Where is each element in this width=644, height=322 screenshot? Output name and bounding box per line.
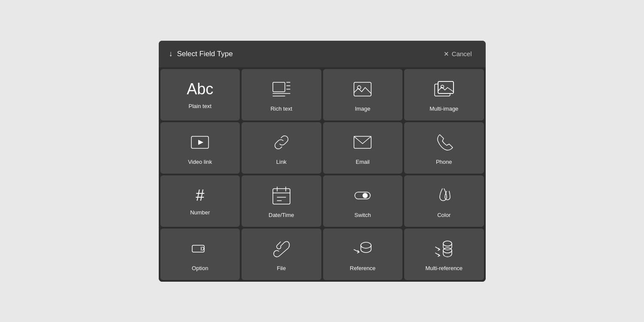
field-item-image[interactable]: Image <box>323 69 403 120</box>
arrow-down-icon: ↓ <box>169 49 173 58</box>
field-label: Date/Time <box>269 212 294 218</box>
field-item-rich-text[interactable]: Rich text <box>242 69 321 120</box>
color-icon <box>434 185 454 206</box>
field-item-phone[interactable]: Phone <box>404 122 484 174</box>
dialog-title: Select Field Type <box>177 50 233 58</box>
field-item-switch[interactable]: Switch <box>323 175 403 227</box>
field-label: Email <box>356 159 370 165</box>
field-label: Number <box>190 209 210 216</box>
field-label: Rich text <box>270 105 292 112</box>
field-type-grid: Abc Plain text Rich text <box>159 67 486 282</box>
title-group: ↓ Select Field Type <box>169 49 233 58</box>
field-label: Color <box>437 212 450 218</box>
datetime-icon <box>271 185 292 206</box>
field-label: Multi-reference <box>425 265 463 271</box>
svg-point-25 <box>361 242 371 248</box>
cancel-label: Cancel <box>452 50 472 57</box>
field-item-datetime[interactable]: Date/Time <box>242 175 321 227</box>
svg-rect-9 <box>438 81 454 93</box>
field-item-color[interactable]: Color <box>404 175 484 227</box>
field-label: Image <box>355 105 370 112</box>
phone-icon <box>434 132 454 153</box>
multi-image-icon <box>434 79 454 99</box>
field-item-option[interactable]: Option <box>160 229 240 280</box>
rich-text-icon <box>271 79 292 99</box>
svg-rect-6 <box>354 82 371 96</box>
field-item-plain-text[interactable]: Abc Plain text <box>160 69 240 120</box>
dialog-header: ↓ Select Field Type ✕ Cancel <box>159 41 486 67</box>
field-item-multi-reference[interactable]: Multi-reference <box>404 229 484 280</box>
svg-rect-0 <box>273 82 285 92</box>
reference-icon <box>352 238 373 259</box>
field-label: Plain text <box>189 103 212 109</box>
field-label: Option <box>192 265 208 271</box>
field-item-email[interactable]: Email <box>323 122 403 174</box>
plain-text-icon: Abc <box>187 81 213 97</box>
field-label: Video link <box>188 159 212 165</box>
svg-point-27 <box>443 248 452 253</box>
select-field-dialog: ↓ Select Field Type ✕ Cancel Abc Plain t… <box>159 41 486 282</box>
field-label: Reference <box>350 265 375 271</box>
svg-point-22 <box>363 193 368 198</box>
field-label: Phone <box>436 159 452 165</box>
field-label: Switch <box>354 212 371 218</box>
field-label: Multi-image <box>429 105 458 112</box>
number-icon: # <box>196 188 204 203</box>
cancel-button[interactable]: ✕ Cancel <box>440 48 475 60</box>
field-item-file[interactable]: File <box>242 229 321 280</box>
close-icon: ✕ <box>444 50 449 58</box>
field-item-link[interactable]: Link <box>242 122 321 174</box>
field-item-reference[interactable]: Reference <box>323 229 403 280</box>
svg-rect-15 <box>273 189 290 204</box>
svg-point-26 <box>443 241 452 246</box>
field-item-multi-image[interactable]: Multi-image <box>404 69 484 120</box>
file-icon <box>271 238 292 259</box>
video-link-icon <box>190 132 210 153</box>
image-icon <box>352 79 373 99</box>
field-label: File <box>277 265 286 271</box>
switch-icon <box>352 185 373 206</box>
field-label: Link <box>276 159 287 165</box>
field-item-number[interactable]: # Number <box>160 175 240 227</box>
svg-marker-13 <box>198 140 203 145</box>
field-item-video-link[interactable]: Video link <box>160 122 240 174</box>
multi-reference-icon <box>434 238 454 259</box>
link-icon <box>271 132 292 153</box>
email-icon <box>352 132 373 153</box>
option-icon <box>190 238 210 259</box>
svg-rect-23 <box>192 245 204 252</box>
